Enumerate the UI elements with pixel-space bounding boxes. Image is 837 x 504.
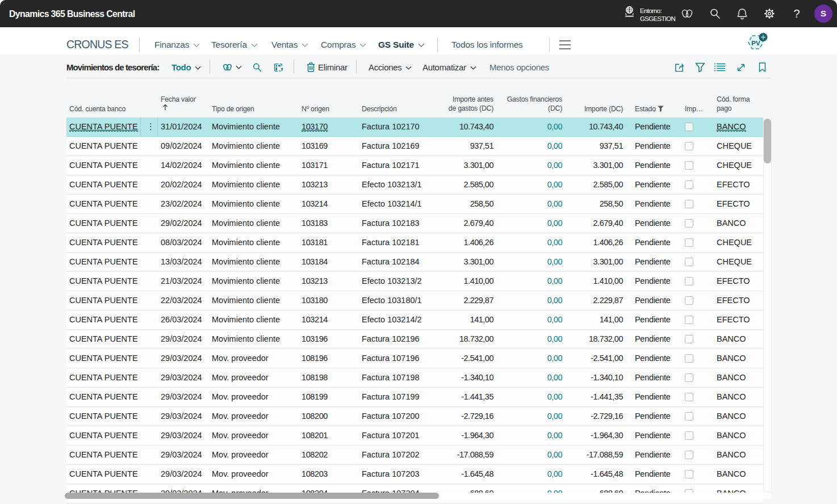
svg-text:PV: PV	[751, 40, 760, 47]
